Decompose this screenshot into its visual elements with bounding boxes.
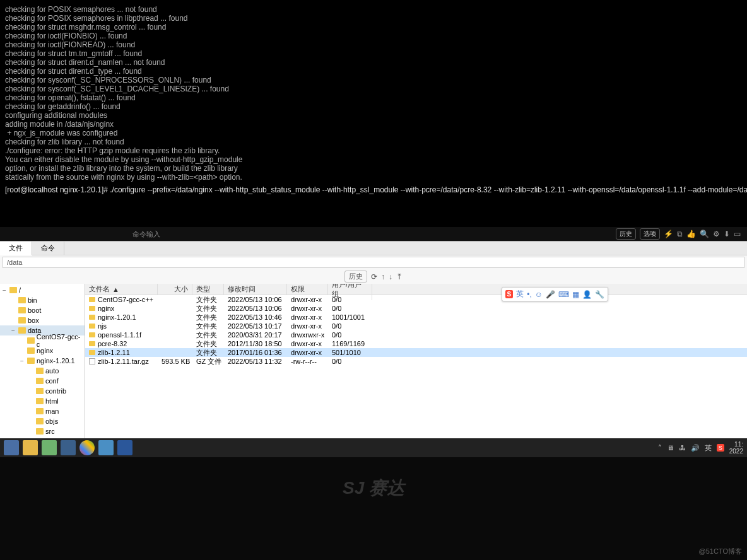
ime-emoji-icon[interactable]: ☺ <box>535 290 543 299</box>
folder-icon <box>89 341 95 346</box>
ime-pad-icon[interactable]: ▦ <box>572 290 579 299</box>
tray-sogou-icon[interactable]: S <box>717 444 724 452</box>
command-input-bar: 命令输入 历史 选项 ⚡ ⧉ 👍 🔍 ⚙ ⬇ ▭ <box>0 227 747 241</box>
terminal-line: checking for struct dirent.d_type ... fo… <box>5 67 742 76</box>
tree-node[interactable]: conf <box>0 376 85 386</box>
history-button[interactable]: 历史 <box>616 228 636 240</box>
options-button[interactable]: 选项 <box>640 228 660 240</box>
folder-icon <box>89 324 95 329</box>
terminal-line: You can either disable the module by usi… <box>5 155 742 164</box>
tree-node[interactable]: −/ <box>0 285 85 295</box>
file-row[interactable]: openssl-1.1.1f文件夹2020/03/31 20:17drwxrwx… <box>85 330 747 339</box>
up-icon[interactable]: ↑ <box>381 272 385 281</box>
ime-lang[interactable]: 英 <box>516 289 524 300</box>
tree-node[interactable]: man <box>0 406 85 416</box>
tree-node[interactable]: src <box>0 426 85 436</box>
tray-clock[interactable]: 11: 2022 <box>729 441 743 455</box>
file-list[interactable]: 文件名 ▲ 大小 类型 修改时间 权限 用户/用户组 CentOS7-gcc-c… <box>85 284 747 452</box>
folder-tree[interactable]: −/binbootbox−dataCentOS7-gcc-cnginx−ngin… <box>0 284 85 452</box>
ime-tools-icon[interactable]: 🔧 <box>595 290 604 299</box>
tree-node[interactable]: bin <box>0 295 85 305</box>
tray-monitor-icon[interactable]: 🖥 <box>667 444 674 452</box>
upload-icon[interactable]: ⤒ <box>396 272 403 281</box>
file-list-header: 文件名 ▲ 大小 类型 修改时间 权限 用户/用户组 <box>85 284 747 295</box>
tree-node[interactable]: CentOS7-gcc-c <box>0 335 85 346</box>
ime-keyboard-icon[interactable]: ⌨ <box>558 290 569 299</box>
file-row[interactable]: CentOS7-gcc-c++文件夹2022/05/13 10:06drwxr-… <box>85 295 747 304</box>
tree-node[interactable]: −nginx-1.20.1 <box>0 356 85 366</box>
terminal-line: checking for struct dirent.d_namlen ... … <box>5 58 742 67</box>
taskbar-chrome[interactable] <box>79 440 95 455</box>
terminal-pane[interactable]: checking for POSIX semaphores ... not fo… <box>0 0 747 227</box>
ime-punct-icon[interactable]: •, <box>527 290 532 299</box>
watermark: @51CTO博客 <box>699 547 742 556</box>
ime-toolbar[interactable]: S 英 •, ☺ 🎤 ⌨ ▦ 👤 🔧 <box>502 287 608 301</box>
file-manager-tabs: 文件 命令 <box>0 242 747 255</box>
terminal-line: + ngx_js_module was configured <box>5 129 742 137</box>
taskbar-app-3[interactable] <box>117 440 132 455</box>
toolbar-history-button[interactable]: 历史 <box>344 271 367 283</box>
folder-icon <box>89 350 95 355</box>
folder-icon <box>89 332 95 337</box>
file-row[interactable]: pcre-8.32文件夹2012/11/30 18:50drwxr-xr-x11… <box>85 339 747 348</box>
file-toolbar: 历史 ⟳ ↑ ↓ ⤒ <box>0 269 747 284</box>
tree-node[interactable]: html <box>0 396 85 406</box>
tab-commands[interactable]: 命令 <box>32 242 64 255</box>
terminal-line: checking for getaddrinfo() ... found <box>5 102 742 111</box>
system-tray: ˄ 🖥 🖧 🔊 英 S 11: 2022 <box>658 441 743 455</box>
col-type[interactable]: 类型 <box>192 284 224 295</box>
terminal-line: adding module in /data/njs/nginx <box>5 120 742 129</box>
terminal-line: checking for ioctl(FIONBIO) ... found <box>5 32 742 40</box>
taskbar: ˄ 🖥 🖧 🔊 英 S 11: 2022 <box>0 438 747 457</box>
monitor-logo: SJ 赛达 <box>343 476 404 500</box>
tray-volume-icon[interactable]: 🔊 <box>691 444 700 452</box>
tree-node[interactable]: contrib <box>0 386 85 396</box>
tree-node[interactable]: objs <box>0 416 85 426</box>
taskbar-app-2[interactable] <box>61 440 76 455</box>
refresh-icon[interactable]: ⟳ <box>371 272 377 281</box>
sogou-icon[interactable]: S <box>505 290 514 298</box>
tab-files[interactable]: 文件 <box>0 242 32 255</box>
file-row[interactable]: njs文件夹2022/05/13 10:17drwxr-xr-x0/0 <box>85 322 747 330</box>
download-icon[interactable]: ⬇ <box>724 230 730 238</box>
tray-ime-lang[interactable]: 英 <box>705 443 712 453</box>
terminal-prompt[interactable]: [root@localhost nginx-1.20.1]# ./configu… <box>5 185 742 194</box>
copy-icon[interactable]: ⧉ <box>677 230 683 238</box>
folder-icon <box>89 306 95 311</box>
path-input[interactable]: /data <box>3 257 744 268</box>
file-manager: 文件 命令 /data 历史 ⟳ ↑ ↓ ⤒ −/binbootbox−data… <box>0 241 747 452</box>
terminal-line: checking for POSIX semaphores in libpthr… <box>5 14 742 23</box>
tray-network-icon[interactable]: 🖧 <box>679 444 686 452</box>
gear-icon[interactable]: ⚙ <box>713 230 720 238</box>
tree-node[interactable]: boot <box>0 305 85 315</box>
terminal-line: checking for ioctl(FIONREAD) ... found <box>5 40 742 49</box>
thumbs-icon[interactable]: 👍 <box>686 230 696 238</box>
tray-chevron-icon[interactable]: ˄ <box>658 444 662 452</box>
command-input-placeholder[interactable]: 命令输入 <box>6 230 616 239</box>
bolt-icon[interactable]: ⚡ <box>664 230 673 238</box>
taskbar-terminal[interactable] <box>98 440 114 455</box>
taskbar-explorer[interactable] <box>23 440 38 455</box>
search-icon[interactable]: 🔍 <box>700 230 709 238</box>
terminal-line: checking for sysconf(_SC_NPROCESSORS_ONL… <box>5 76 742 85</box>
col-date[interactable]: 修改时间 <box>224 284 287 295</box>
col-name[interactable]: 文件名 ▲ <box>85 284 158 295</box>
file-row[interactable]: zlib-1.2.11文件夹2017/01/16 01:36drwxr-xr-x… <box>85 348 747 357</box>
file-row[interactable]: zlib-1.2.11.tar.gz593.5 KBGZ 文件2022/05/1… <box>85 357 747 366</box>
terminal-line: statically from the source with nginx by… <box>5 173 742 182</box>
terminal-line: checking for struct msghdr.msg_control .… <box>5 23 742 32</box>
taskbar-app-1[interactable] <box>42 440 57 455</box>
tree-node[interactable]: auto <box>0 366 85 376</box>
ime-mic-icon[interactable]: 🎤 <box>546 290 555 299</box>
down-icon[interactable]: ↓ <box>389 272 392 281</box>
start-button[interactable] <box>4 440 19 455</box>
tree-node[interactable]: box <box>0 315 85 325</box>
file-row[interactable]: nginx-1.20.1文件夹2022/05/13 10:46drwxr-xr-… <box>85 313 747 322</box>
col-perm[interactable]: 权限 <box>287 284 328 295</box>
terminal-line: checking for openat(), fstatat() ... fou… <box>5 93 742 102</box>
file-row[interactable]: nginx文件夹2022/05/13 10:06drwxr-xr-x0/0 <box>85 304 747 313</box>
terminal-line: checking for POSIX semaphores ... not fo… <box>5 5 742 14</box>
col-size[interactable]: 大小 <box>158 284 192 295</box>
ime-person-icon[interactable]: 👤 <box>582 290 592 299</box>
window-icon[interactable]: ▭ <box>734 230 741 238</box>
